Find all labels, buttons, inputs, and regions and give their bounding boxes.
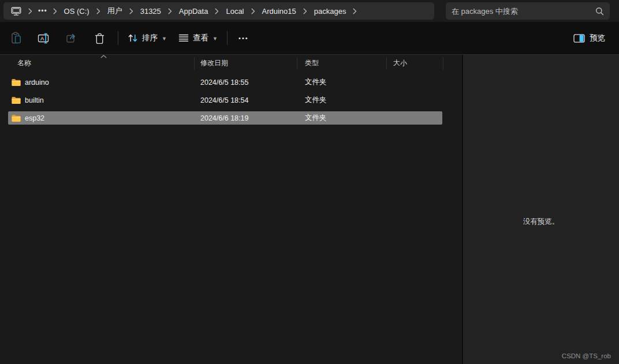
sort-icon [128, 33, 138, 43]
column-header-size[interactable]: 大小 [387, 57, 443, 70]
toolbar-separator [118, 31, 118, 45]
delete-button[interactable] [87, 28, 112, 48]
column-header-date-modified[interactable]: 修改日期 [195, 57, 297, 70]
breadcrumb-overflow-button[interactable]: ••• [34, 3, 51, 18]
preview-label: 预览 [590, 33, 605, 43]
folder-icon [12, 114, 21, 122]
paste-icon [10, 32, 22, 44]
sort-label: 排序 [142, 33, 158, 43]
file-date-modified: 2024/6/5 18:55 [195, 78, 297, 87]
file-type: 文件夹 [297, 77, 387, 87]
breadcrumb-item[interactable]: 31325 [135, 3, 166, 18]
file-rows: arduino 2024/6/5 18:55 文件夹 builtin 2024/… [0, 76, 462, 125]
more-icon: ••• [238, 35, 249, 42]
rename-icon: A [38, 32, 50, 44]
view-icon [178, 33, 189, 43]
watermark: CSDN @TS_rob [562, 352, 611, 359]
chevron-right-icon [128, 8, 135, 14]
paste-button[interactable] [3, 28, 29, 48]
sort-ascending-icon [100, 55, 107, 58]
more-options-button[interactable]: ••• [231, 28, 256, 48]
chevron-right-icon [27, 8, 34, 14]
view-label: 查看 [193, 33, 208, 43]
share-button[interactable] [59, 28, 84, 48]
file-date-modified: 2024/6/5 18:54 [195, 96, 297, 104]
chevron-right-icon [166, 8, 174, 14]
breadcrumb-item[interactable]: OS (C:) [59, 3, 95, 18]
file-name: esp32 [25, 114, 44, 122]
rename-button[interactable]: A [31, 28, 57, 48]
file-type: 文件夹 [297, 113, 387, 123]
command-bar: A [0, 22, 619, 54]
share-icon [66, 32, 78, 44]
chevron-right-icon [351, 8, 359, 14]
search-icon[interactable] [595, 7, 604, 16]
preview-pane-icon [573, 33, 585, 43]
computer-icon [11, 6, 21, 16]
view-button[interactable]: 查看 ▼ [173, 28, 223, 48]
folder-icon [12, 78, 21, 86]
breadcrumb-item[interactable]: packages [309, 3, 352, 18]
content-area: 名称 修改日期 类型 大小 arduino 2024/6/5 18:55 文件夹 [0, 54, 619, 364]
chevron-right-icon [213, 8, 221, 14]
chevron-right-icon [301, 8, 309, 14]
svg-text:A: A [40, 35, 44, 42]
column-header-type[interactable]: 类型 [297, 57, 387, 70]
preview-pane: 没有预览。 CSDN @TS_rob [462, 55, 619, 364]
file-date-modified: 2024/6/6 18:19 [195, 114, 297, 122]
folder-icon [12, 96, 21, 104]
chevron-right-icon [95, 8, 102, 14]
search-input[interactable] [452, 7, 595, 16]
breadcrumb: ••• OS (C:) 用户 31325 AppData Local [3, 2, 434, 20]
file-name: builtin [25, 96, 44, 104]
chevron-right-icon [249, 8, 257, 14]
this-pc-button[interactable] [6, 3, 27, 18]
chevron-down-icon: ▼ [162, 36, 167, 42]
file-list-pane: 名称 修改日期 类型 大小 arduino 2024/6/5 18:55 文件夹 [0, 55, 462, 364]
chevron-right-icon [51, 8, 59, 14]
toolbar-separator [227, 31, 228, 45]
no-preview-message: 没有预览。 [463, 217, 619, 227]
trash-icon [94, 32, 105, 44]
file-type: 文件夹 [297, 95, 387, 105]
breadcrumb-item[interactable]: AppData [174, 3, 214, 18]
breadcrumb-item[interactable]: Local [221, 3, 249, 18]
file-row[interactable]: esp32 2024/6/6 18:19 文件夹 [8, 111, 442, 125]
preview-toggle-button[interactable]: 预览 [568, 28, 611, 48]
navigation-bar: ••• OS (C:) 用户 31325 AppData Local [0, 0, 619, 22]
column-headers: 名称 修改日期 类型 大小 [0, 55, 462, 72]
file-explorer-window: ••• OS (C:) 用户 31325 AppData Local [0, 0, 619, 364]
chevron-down-icon: ▼ [212, 36, 218, 42]
file-name: arduino [25, 78, 49, 87]
breadcrumb-item[interactable]: 用户 [102, 3, 128, 18]
file-row[interactable]: builtin 2024/6/5 18:54 文件夹 [8, 93, 442, 107]
file-row[interactable]: arduino 2024/6/5 18:55 文件夹 [8, 76, 442, 89]
breadcrumb-item[interactable]: Arduino15 [257, 3, 301, 18]
column-header-name[interactable]: 名称 [0, 57, 195, 70]
search-box[interactable] [446, 2, 610, 20]
sort-button[interactable]: 排序 ▼ [122, 28, 173, 48]
breadcrumb-items: OS (C:) 用户 31325 AppData Local Arduino15 [59, 3, 359, 18]
